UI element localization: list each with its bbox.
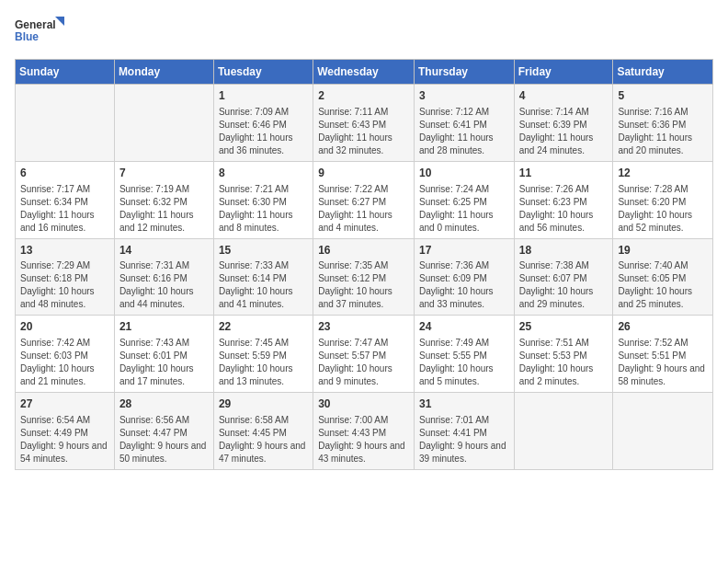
calendar-cell: [16, 85, 115, 162]
day-number: 30: [318, 396, 409, 412]
day-info: Sunrise: 7:11 AM Sunset: 6:43 PM Dayligh…: [318, 106, 409, 157]
calendar-cell: 15Sunrise: 7:33 AM Sunset: 6:14 PM Dayli…: [213, 238, 313, 316]
day-info: Sunrise: 7:22 AM Sunset: 6:27 PM Dayligh…: [318, 183, 409, 235]
day-number: 15: [219, 243, 308, 259]
calendar-cell: 4Sunrise: 7:14 AM Sunset: 6:39 PM Daylig…: [514, 85, 613, 162]
calendar-cell: 23Sunrise: 7:47 AM Sunset: 5:57 PM Dayli…: [313, 316, 415, 393]
day-info: Sunrise: 7:24 AM Sunset: 6:25 PM Dayligh…: [419, 183, 509, 235]
day-number: 21: [119, 319, 209, 335]
day-number: 6: [20, 166, 109, 181]
week-row-4: 20Sunrise: 7:42 AM Sunset: 6:03 PM Dayli…: [16, 316, 713, 393]
calendar-cell: 18Sunrise: 7:38 AM Sunset: 6:07 PM Dayli…: [514, 238, 613, 316]
day-number: 3: [419, 88, 509, 104]
calendar-cell: 11Sunrise: 7:26 AM Sunset: 6:23 PM Dayli…: [514, 161, 613, 238]
day-info: Sunrise: 7:19 AM Sunset: 6:32 PM Dayligh…: [119, 183, 209, 235]
week-row-3: 13Sunrise: 7:29 AM Sunset: 6:18 PM Dayli…: [16, 238, 713, 316]
day-number: 18: [519, 243, 609, 259]
day-info: Sunrise: 6:56 AM Sunset: 4:47 PM Dayligh…: [119, 414, 209, 465]
calendar-cell: 28Sunrise: 6:56 AM Sunset: 4:47 PM Dayli…: [114, 393, 213, 470]
day-info: Sunrise: 7:17 AM Sunset: 6:34 PM Dayligh…: [20, 183, 109, 235]
calendar-cell: 10Sunrise: 7:24 AM Sunset: 6:25 PM Dayli…: [414, 161, 514, 238]
calendar-cell: 1Sunrise: 7:09 AM Sunset: 6:46 PM Daylig…: [213, 85, 313, 162]
week-row-2: 6Sunrise: 7:17 AM Sunset: 6:34 PM Daylig…: [16, 161, 713, 238]
day-info: Sunrise: 7:52 AM Sunset: 5:51 PM Dayligh…: [618, 337, 708, 388]
day-number: 31: [419, 396, 509, 412]
header-cell-saturday: Saturday: [613, 60, 713, 85]
day-number: 12: [618, 166, 708, 181]
day-number: 20: [20, 319, 109, 335]
logo: General Blue: [15, 15, 65, 50]
calendar-cell: 7Sunrise: 7:19 AM Sunset: 6:32 PM Daylig…: [114, 161, 213, 238]
day-info: Sunrise: 7:26 AM Sunset: 6:23 PM Dayligh…: [519, 183, 609, 235]
calendar-cell: 8Sunrise: 7:21 AM Sunset: 6:30 PM Daylig…: [213, 161, 313, 238]
day-info: Sunrise: 7:00 AM Sunset: 4:43 PM Dayligh…: [318, 414, 409, 465]
day-info: Sunrise: 7:38 AM Sunset: 6:07 PM Dayligh…: [519, 259, 609, 311]
day-info: Sunrise: 7:47 AM Sunset: 5:57 PM Dayligh…: [318, 337, 409, 388]
day-info: Sunrise: 7:29 AM Sunset: 6:18 PM Dayligh…: [20, 259, 109, 311]
day-number: 13: [20, 243, 109, 259]
page-header: General Blue: [15, 15, 713, 50]
logo-icon: General Blue: [15, 15, 65, 50]
day-number: 28: [119, 396, 209, 412]
svg-text:General: General: [15, 18, 56, 31]
header-cell-tuesday: Tuesday: [213, 60, 313, 85]
week-row-1: 1Sunrise: 7:09 AM Sunset: 6:46 PM Daylig…: [16, 85, 713, 162]
calendar-cell: 5Sunrise: 7:16 AM Sunset: 6:36 PM Daylig…: [613, 85, 713, 162]
day-number: 7: [119, 166, 209, 181]
day-info: Sunrise: 7:01 AM Sunset: 4:41 PM Dayligh…: [419, 414, 509, 465]
header-row: SundayMondayTuesdayWednesdayThursdayFrid…: [16, 60, 713, 85]
day-info: Sunrise: 7:35 AM Sunset: 6:12 PM Dayligh…: [318, 259, 409, 311]
day-info: Sunrise: 7:51 AM Sunset: 5:53 PM Dayligh…: [519, 337, 609, 388]
day-info: Sunrise: 7:40 AM Sunset: 6:05 PM Dayligh…: [618, 259, 708, 311]
calendar-cell: 31Sunrise: 7:01 AM Sunset: 4:41 PM Dayli…: [414, 393, 514, 470]
day-number: 27: [20, 396, 109, 412]
day-info: Sunrise: 7:49 AM Sunset: 5:55 PM Dayligh…: [419, 337, 509, 388]
calendar-cell: 20Sunrise: 7:42 AM Sunset: 6:03 PM Dayli…: [16, 316, 115, 393]
header-cell-friday: Friday: [514, 60, 613, 85]
day-info: Sunrise: 7:09 AM Sunset: 6:46 PM Dayligh…: [219, 106, 308, 157]
calendar-cell: 3Sunrise: 7:12 AM Sunset: 6:41 PM Daylig…: [414, 85, 514, 162]
calendar-cell: 22Sunrise: 7:45 AM Sunset: 5:59 PM Dayli…: [213, 316, 313, 393]
day-number: 24: [419, 319, 509, 335]
calendar-cell: 16Sunrise: 7:35 AM Sunset: 6:12 PM Dayli…: [313, 238, 415, 316]
day-info: Sunrise: 7:16 AM Sunset: 6:36 PM Dayligh…: [618, 106, 708, 157]
day-number: 11: [519, 166, 609, 181]
day-number: 19: [618, 243, 708, 259]
day-info: Sunrise: 6:58 AM Sunset: 4:45 PM Dayligh…: [219, 414, 308, 465]
calendar-cell: 17Sunrise: 7:36 AM Sunset: 6:09 PM Dayli…: [414, 238, 514, 316]
calendar-cell: 30Sunrise: 7:00 AM Sunset: 4:43 PM Dayli…: [313, 393, 415, 470]
day-number: 9: [318, 166, 409, 181]
day-number: 14: [119, 243, 209, 259]
day-number: 25: [519, 319, 609, 335]
day-info: Sunrise: 6:54 AM Sunset: 4:49 PM Dayligh…: [20, 414, 109, 465]
day-info: Sunrise: 7:42 AM Sunset: 6:03 PM Dayligh…: [20, 337, 109, 388]
calendar-cell: [613, 393, 713, 470]
day-info: Sunrise: 7:33 AM Sunset: 6:14 PM Dayligh…: [219, 259, 308, 311]
calendar-cell: 27Sunrise: 6:54 AM Sunset: 4:49 PM Dayli…: [16, 393, 115, 470]
header-cell-thursday: Thursday: [414, 60, 514, 85]
calendar-cell: 21Sunrise: 7:43 AM Sunset: 6:01 PM Dayli…: [114, 316, 213, 393]
day-number: 26: [618, 319, 708, 335]
calendar-cell: 12Sunrise: 7:28 AM Sunset: 6:20 PM Dayli…: [613, 161, 713, 238]
day-number: 10: [419, 166, 509, 181]
header-cell-wednesday: Wednesday: [313, 60, 415, 85]
svg-marker-2: [55, 17, 64, 26]
day-number: 5: [618, 88, 708, 104]
day-info: Sunrise: 7:31 AM Sunset: 6:16 PM Dayligh…: [119, 259, 209, 311]
day-info: Sunrise: 7:14 AM Sunset: 6:39 PM Dayligh…: [519, 106, 609, 157]
calendar-cell: 9Sunrise: 7:22 AM Sunset: 6:27 PM Daylig…: [313, 161, 415, 238]
day-number: 17: [419, 243, 509, 259]
calendar-table: SundayMondayTuesdayWednesdayThursdayFrid…: [15, 59, 713, 470]
calendar-cell: [514, 393, 613, 470]
day-number: 22: [219, 319, 308, 335]
calendar-cell: 13Sunrise: 7:29 AM Sunset: 6:18 PM Dayli…: [16, 238, 115, 316]
svg-text:Blue: Blue: [15, 30, 39, 43]
calendar-cell: 6Sunrise: 7:17 AM Sunset: 6:34 PM Daylig…: [16, 161, 115, 238]
day-number: 29: [219, 396, 308, 412]
header-cell-monday: Monday: [114, 60, 213, 85]
calendar-cell: 24Sunrise: 7:49 AM Sunset: 5:55 PM Dayli…: [414, 316, 514, 393]
day-info: Sunrise: 7:36 AM Sunset: 6:09 PM Dayligh…: [419, 259, 509, 311]
calendar-cell: 25Sunrise: 7:51 AM Sunset: 5:53 PM Dayli…: [514, 316, 613, 393]
day-number: 2: [318, 88, 409, 104]
week-row-5: 27Sunrise: 6:54 AM Sunset: 4:49 PM Dayli…: [16, 393, 713, 470]
